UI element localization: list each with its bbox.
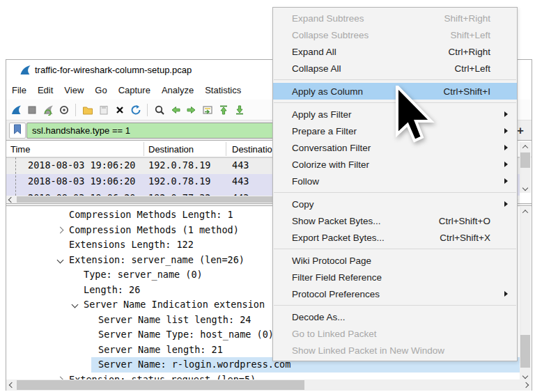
toolbar-separator (147, 104, 148, 116)
open-file-icon[interactable] (79, 102, 95, 118)
wireshark-fin-icon (20, 65, 31, 79)
menu-item-conversation-filter[interactable]: Conversation Filter (273, 139, 517, 156)
scroll-right-button[interactable] (520, 379, 531, 391)
packet-time: 2018-08-03 19:06:20 (28, 159, 135, 171)
scroll-down-button[interactable] (520, 183, 531, 193)
reload-icon[interactable] (127, 102, 144, 118)
tree-row-label: Length: 26 (84, 284, 140, 295)
go-to-bottom-icon[interactable] (231, 102, 247, 118)
menu-item-show-linked-packet-in-new-window[interactable]: Show Linked Packet in New Window (273, 342, 517, 359)
submenu-arrow-icon (504, 145, 508, 150)
scroll-left-button[interactable] (6, 196, 16, 203)
menu-item-label: Decode As... (292, 312, 506, 322)
column-divider[interactable] (226, 142, 226, 156)
go-back-icon[interactable] (167, 102, 183, 118)
chevron-down-icon (522, 373, 528, 379)
column-header-2[interactable]: Destination (232, 141, 277, 157)
column-header-0[interactable]: Time (10, 141, 30, 157)
tree-row-label: Compression Methods Length: 1 (69, 209, 233, 220)
submenu-arrow-icon (504, 291, 508, 297)
detail-vscrollbar[interactable] (520, 207, 531, 381)
menu-item-decode-as[interactable]: Decode As... (273, 308, 517, 325)
submenu-arrow-icon (504, 178, 508, 184)
menu-item-go-to-linked-packet[interactable]: Go to Linked Packet (273, 325, 517, 342)
menu-item-label: Go to Linked Packet (292, 329, 506, 339)
menubar-item-statistics[interactable]: Statistics (199, 85, 247, 95)
restart-capture-icon[interactable] (40, 102, 56, 118)
menu-item-label: Show Packet Bytes... (292, 216, 439, 226)
menubar-item-view[interactable]: View (59, 85, 89, 95)
menu-item-label: Protocol Preferences (292, 289, 506, 299)
go-to-top-icon[interactable] (215, 102, 231, 118)
menu-item-shortcut: Shift+Right (444, 13, 490, 24)
menu-item-label: Colorize with Filter (292, 159, 506, 170)
menu-item-export-packet-bytes[interactable]: Export Packet Bytes...Ctrl+Shift+X (273, 229, 517, 246)
chevron-left-icon (8, 382, 14, 388)
packet-destination: 192.0.78.19 (148, 175, 210, 187)
menu-item-shortcut: Shift+Left (451, 30, 490, 40)
menu-item-follow[interactable]: Follow (273, 173, 517, 189)
scroll-up-button[interactable] (520, 142, 531, 152)
tree-row-label: Server Name list length: 24 (98, 314, 251, 325)
chevron-up-icon (522, 145, 528, 150)
tree-row-label: Extension: server_name (len=26) (69, 254, 245, 265)
menu-item-prepare-a-filter[interactable]: Prepare a Filter (273, 123, 517, 139)
packet-list-vscrollbar[interactable] (520, 142, 531, 193)
close-file-icon[interactable] (111, 102, 127, 118)
menubar-item-capture[interactable]: Capture (113, 85, 156, 95)
related-packet-line (15, 157, 16, 196)
menu-item-label: Follow (292, 176, 506, 187)
save-file-icon[interactable] (95, 102, 111, 118)
expand-arrow-icon[interactable] (57, 226, 64, 233)
menu-item-collapse-all[interactable]: Collapse AllCtrl+Left (273, 60, 517, 77)
go-forward-icon[interactable] (183, 102, 199, 118)
menu-separator (274, 305, 516, 306)
menu-item-collapse-subtrees[interactable]: Collapse SubtreesShift+Left (273, 26, 517, 43)
detail-hscrollbar[interactable] (6, 379, 531, 391)
tree-row-label: Server Name length: 21 (98, 344, 223, 355)
menu-item-label: Copy (292, 199, 506, 210)
menu-item-wiki-protocol-page[interactable]: Wiki Protocol Page (273, 252, 517, 269)
menu-item-apply-as-column[interactable]: Apply as ColumnCtrl+Shift+I (273, 83, 517, 100)
tree-row-label: Type: server_name (0) (84, 269, 203, 280)
find-packet-icon[interactable] (151, 102, 167, 118)
packet-destination: 192.0.78.19 (148, 159, 210, 171)
packet-port: 443 (232, 175, 249, 187)
column-divider[interactable] (144, 142, 144, 156)
submenu-arrow-icon (504, 201, 508, 207)
menubar-item-edit[interactable]: Edit (32, 85, 59, 95)
start-capture-icon[interactable] (8, 102, 24, 118)
menu-item-shortcut: Ctrl+Right (449, 47, 490, 57)
stop-capture-icon[interactable] (24, 102, 40, 118)
go-to-packet-icon[interactable] (199, 102, 215, 118)
menu-item-expand-subtrees[interactable]: Expand SubtreesShift+Right (273, 10, 517, 26)
chevron-right-icon (522, 382, 528, 388)
tree-row-label: Extensions Length: 122 (69, 239, 194, 250)
menubar-item-go[interactable]: Go (89, 85, 112, 95)
capture-options-icon[interactable] (56, 102, 72, 118)
menu-item-label: Wiki Protocol Page (292, 256, 506, 266)
scrollbar-thumb[interactable] (520, 335, 530, 368)
scroll-up-button[interactable] (520, 207, 531, 217)
menu-item-filter-field-reference[interactable]: Filter Field Reference (273, 269, 517, 285)
mouse-cursor (396, 86, 435, 146)
collapse-arrow-icon[interactable] (57, 256, 64, 263)
menu-item-show-packet-bytes[interactable]: Show Packet Bytes...Ctrl+Shift+O (273, 212, 517, 229)
menubar-item-file[interactable]: File (6, 85, 32, 95)
tree-row-label: Server Name Type: host_name (0) (98, 329, 274, 340)
menu-item-colorize-with-filter[interactable]: Colorize with Filter (273, 156, 517, 173)
menubar-item-analyze[interactable]: Analyze (156, 85, 199, 95)
menu-item-expand-all[interactable]: Expand AllCtrl+Right (273, 43, 517, 60)
menu-separator (274, 102, 516, 103)
menu-item-copy[interactable]: Copy (273, 196, 517, 212)
column-header-1[interactable]: Destination (148, 141, 194, 157)
collapse-arrow-icon[interactable] (72, 301, 79, 308)
scrollbar-thumb[interactable] (520, 152, 530, 168)
filter-bookmark-button[interactable] (9, 123, 26, 139)
menu-item-shortcut: Ctrl+Shift+X (440, 233, 490, 243)
scrollbar-thumb[interactable] (17, 380, 304, 390)
menu-item-protocol-preferences[interactable]: Protocol Preferences (273, 285, 517, 302)
menu-item-label: Export Packet Bytes... (292, 233, 440, 243)
menu-item-apply-as-filter[interactable]: Apply as Filter (273, 106, 517, 123)
scroll-left-button[interactable] (6, 379, 17, 391)
